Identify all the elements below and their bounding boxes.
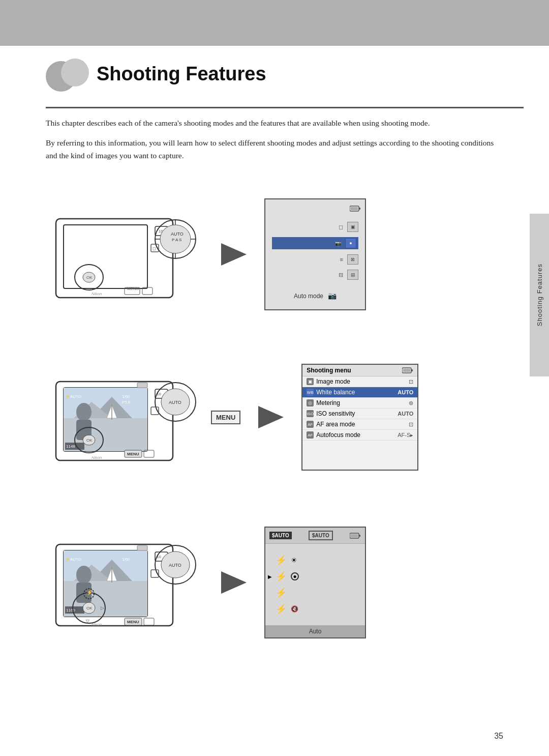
svg-text:1/60: 1/60 [122, 557, 130, 562]
svg-text:OK: OK [86, 606, 93, 610]
sm-label-metering: Metering [316, 399, 340, 406]
flash-menu-screen: $AUTO $AUTO ⚡ ☀ ⚡ ● ⚡ [264, 527, 366, 638]
sm-value-metering: ⊛ [409, 400, 413, 406]
sm-value-image-mode: ⊡ [409, 379, 413, 385]
svg-text:⚡: ⚡ [86, 589, 93, 596]
svg-text:Nikon: Nikon [92, 455, 102, 460]
flash-auto-icon: ⚡ [276, 555, 287, 566]
sm-label-image-mode: Image mode [316, 378, 350, 385]
flash-icon-redeye: ⚡ ● [276, 571, 355, 582]
sm-icon-white-balance: WB [307, 389, 314, 396]
svg-text:MENU: MENU [127, 286, 139, 291]
svg-point-62 [76, 566, 92, 584]
camera-svg-2: 1/60 F5.6 ⚡AUTO 1148 10 AUTO OK MENU Nik [46, 361, 203, 473]
section3: 1/60 ⚡AUTO 1160 10 AUTO OK ⚡ ◁ ▷ ▽ MENU [46, 524, 524, 641]
sm-row-autofocus-left: AF Autofocus mode [307, 431, 360, 439]
flash-menu-bottom: Auto [265, 625, 365, 637]
flash-bottom-label: Auto [309, 628, 322, 635]
svg-text:MENU: MENU [127, 452, 139, 456]
auto-mode-label: Auto mode [294, 293, 323, 300]
sm-row-af-area-left: AF AF area mode [307, 421, 355, 428]
camera-illustration-2: 1/60 F5.6 ⚡AUTO 1148 10 AUTO OK MENU Nik [46, 361, 240, 473]
menu-button[interactable]: MENU [211, 411, 240, 424]
flash-icon-slow: ⚡ 🔇 [276, 603, 355, 615]
section1: 10 AUTO P A S OK MENU Nikon ◻ [46, 198, 524, 310]
camera-illustration-3: 1/60 ⚡AUTO 1160 10 AUTO OK ⚡ ◁ ▷ ▽ MENU [46, 524, 203, 641]
flash-slow-icon: ⚡ [276, 603, 287, 615]
chapter-title: Shooting Features [97, 63, 266, 85]
svg-rect-70 [137, 545, 147, 550]
auto-mode-screen: ◻ ▣ 📷 ● ≡ ⊠ ⊟ ▤ Auto mode [264, 198, 366, 310]
svg-text:OK: OK [86, 275, 93, 280]
svg-text:OK: OK [86, 438, 93, 443]
flash-menu-top: $AUTO $AUTO [265, 528, 365, 544]
icon-circle2 [61, 59, 89, 86]
svg-rect-1 [64, 225, 147, 288]
sm-row-metering[interactable]: ◎ Metering ⊛ [302, 398, 417, 409]
arrow-shape-1 [221, 243, 247, 266]
flash-icons-list: ⚡ ☀ ⚡ ● ⚡ ⚡ 🔇 [265, 544, 365, 625]
arrow-1 [219, 243, 249, 266]
flash-fill-icon: ⚡ [276, 587, 287, 598]
flash-icon-fill: ⚡ [276, 587, 355, 598]
camera-svg-1: 10 AUTO P A S OK MENU Nikon ◻ [46, 198, 203, 310]
sm-row-image-mode-left: ▣ Image mode [307, 378, 350, 385]
intro-para1: This chapter describes each of the camer… [46, 117, 503, 130]
svg-text:◁: ◁ [74, 605, 77, 610]
svg-text:1148: 1148 [66, 444, 75, 449]
battery-icon-2 [402, 367, 413, 373]
sm-row-iso[interactable]: ISO ISO sensitivity AUTO [302, 409, 417, 419]
svg-rect-85 [144, 618, 154, 625]
svg-rect-23 [351, 207, 358, 210]
battery-icon-3 [350, 533, 361, 539]
menu-btn-label[interactable]: MENU [211, 411, 240, 424]
sm-icon-image-mode: ▣ [307, 378, 314, 385]
page-number: 35 [494, 732, 503, 741]
svg-text:Nikon: Nikon [92, 622, 102, 627]
sm-icon-af-area: AF [307, 421, 314, 428]
shooting-menu-title: Shooting menu [307, 367, 351, 374]
chapter-divider [46, 107, 524, 108]
sm-row-white-balance[interactable]: WB White balance AUTO [302, 387, 417, 398]
sm-row-metering-left: ◎ Metering [307, 399, 340, 406]
arrow-2 [256, 406, 286, 429]
sm-row-image-mode[interactable]: ▣ Image mode ⊡ [302, 376, 417, 387]
camera-illustration-1: 10 AUTO P A S OK MENU Nikon ◻ [46, 198, 203, 310]
flash-icon-auto: ⚡ ☀ [276, 555, 355, 566]
redeye-circle-icon: ● [291, 572, 299, 580]
sm-label-white-balance: White balance [316, 389, 355, 396]
top-bar [0, 0, 549, 46]
svg-text:1/60: 1/60 [122, 394, 130, 399]
sm-value-autofocus: AF-S▸ [398, 432, 413, 439]
sm-row-af-area[interactable]: AF AF area mode ⊡ [302, 419, 417, 430]
section2: 1/60 F5.6 ⚡AUTO 1148 10 AUTO OK MENU Nik [46, 361, 524, 473]
arrow-3 [219, 571, 249, 594]
svg-rect-22 [359, 208, 360, 210]
svg-text:F5.6: F5.6 [122, 400, 131, 404]
sm-row-iso-left: ISO ISO sensitivity [307, 410, 355, 417]
flash-sun-icon: ☀ [291, 556, 297, 564]
svg-rect-55 [403, 369, 410, 372]
sm-icon-metering: ◎ [307, 399, 314, 406]
svg-text:⚡AUTO: ⚡AUTO [65, 394, 81, 399]
sm-value-af-area: ⊡ [409, 421, 413, 428]
svg-text:⚡AUTO: ⚡AUTO [65, 557, 81, 562]
flash-slow-label: 🔇 [291, 605, 298, 613]
svg-point-30 [76, 403, 92, 421]
sm-label-af-area: AF area mode [316, 421, 355, 428]
svg-rect-39 [137, 383, 147, 388]
flash-redeye-icon: ⚡ [276, 571, 287, 582]
arrow-shape-3 [221, 571, 247, 594]
side-tab: Shooting Features [530, 214, 549, 376]
camera-icon-menu: 📷 [328, 292, 337, 300]
svg-text:AUTO: AUTO [169, 400, 181, 405]
svg-text:MENU: MENU [127, 620, 139, 624]
svg-rect-54 [411, 369, 413, 371]
sm-label-autofocus: Autofocus mode [316, 431, 360, 439]
arrow-shape-2 [258, 406, 284, 428]
intro-para2: By referring to this information, you wi… [46, 137, 503, 162]
sm-row-autofocus[interactable]: AF Autofocus mode AF-S▸ [302, 430, 417, 441]
svg-rect-91 [351, 534, 358, 537]
sm-value-white-balance: AUTO [398, 389, 413, 395]
side-tab-label: Shooting Features [536, 264, 543, 326]
